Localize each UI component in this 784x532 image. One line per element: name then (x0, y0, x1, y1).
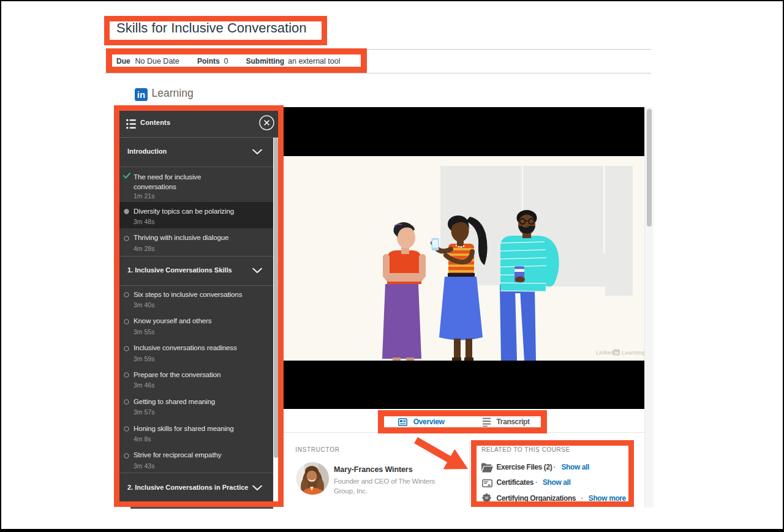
svg-text:in: in (614, 350, 619, 356)
svg-text:Learning: Learning (622, 350, 644, 356)
svg-text:Linked: Linked (596, 350, 614, 356)
